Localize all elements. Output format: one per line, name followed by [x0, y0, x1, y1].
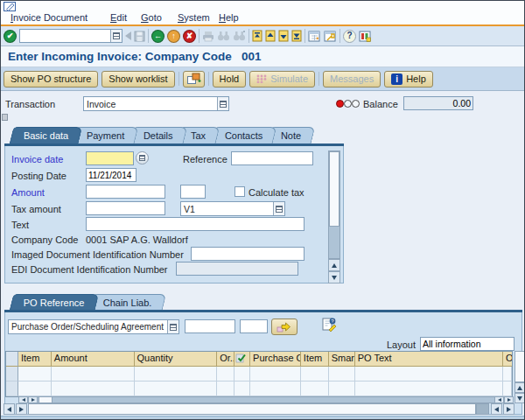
imaged-document-field[interactable] [191, 247, 304, 261]
col-header-truncated[interactable]: O [503, 352, 512, 367]
hold-button[interactable]: Hold [213, 71, 247, 88]
col-header-ok[interactable] [234, 352, 250, 367]
main-hscroll-left2-icon[interactable] [491, 403, 502, 415]
show-po-structure-button[interactable]: Show PO structure [4, 71, 98, 88]
header-tabstrip: Basic data Payment Details Tax Contacts … [11, 127, 307, 144]
row-select-cell[interactable] [6, 367, 18, 382]
find-next-icon[interactable] [233, 31, 246, 41]
page-down-icon[interactable] [278, 30, 289, 42]
date-picker-icon[interactable] [136, 151, 149, 164]
item-help-icon[interactable]: ? [321, 317, 337, 332]
dock-handle[interactable] [2, 114, 8, 121]
tab-chain-liab[interactable]: Chain Liab. [88, 294, 165, 310]
menu-help[interactable]: Help [219, 12, 239, 23]
find-icon[interactable] [217, 31, 230, 41]
command-field[interactable] [19, 29, 122, 43]
amount-field[interactable] [86, 185, 165, 199]
col-header-purchase-order[interactable]: Purchase O.. [250, 352, 301, 367]
tab-details[interactable]: Details [129, 127, 186, 144]
form-scrollbar-thumb[interactable] [329, 151, 340, 227]
col-header-quantity[interactable]: Quantity [135, 352, 218, 367]
po-hierarchy-icon-button[interactable] [183, 71, 205, 88]
last-page-icon[interactable] [291, 30, 302, 42]
print-icon[interactable] [202, 31, 214, 42]
back-icon[interactable]: ← [151, 30, 164, 43]
hide-command-field-icon[interactable] [125, 32, 131, 40]
tab-basic-data[interactable]: Basic data [10, 127, 83, 144]
edi-document-field [176, 262, 298, 276]
main-hscroll-right-icon[interactable] [16, 403, 27, 415]
table-hscrollbar-thumb[interactable] [38, 396, 52, 403]
adopt-button[interactable] [271, 318, 298, 335]
row-select-cell[interactable] [6, 382, 18, 396]
invoice-date-field[interactable] [86, 151, 134, 165]
first-page-icon[interactable] [252, 30, 262, 42]
table-vscroll-up-icon[interactable] [514, 382, 525, 393]
po-item-field[interactable] [240, 319, 268, 333]
table-hscroll-left-icon[interactable] [18, 396, 28, 403]
help-button[interactable]: i Help [384, 71, 433, 88]
new-session-icon[interactable] [308, 31, 321, 42]
page-title: Enter Incoming Invoice: Company Code 001 [8, 50, 262, 63]
calculate-tax-checkbox[interactable] [234, 186, 245, 197]
simulate-button[interactable]: Simulate [249, 71, 315, 88]
main-hscroll-left-icon[interactable] [4, 403, 15, 415]
currency-field[interactable] [180, 185, 206, 199]
tax-code-select[interactable]: V1 [180, 201, 285, 216]
tab-payment[interactable]: Payment [73, 127, 139, 144]
toolbar-separator [199, 29, 200, 43]
tab-contacts[interactable]: Contacts [210, 127, 276, 144]
main-hscroll-right2-icon[interactable] [503, 403, 514, 415]
transaction-select[interactable]: Invoice [83, 96, 229, 111]
form-scroll-up-icon[interactable] [328, 259, 340, 271]
table-hscrollbar-track[interactable] [18, 396, 514, 403]
layout-label: Layout [387, 340, 416, 350]
table-hscroll-right-icon[interactable] [28, 396, 38, 403]
create-shortcut-icon[interactable] [324, 31, 337, 42]
tax-amount-field[interactable] [86, 201, 165, 215]
text-label: Text [11, 220, 29, 230]
col-header-item2[interactable]: Item [301, 352, 329, 367]
table-vscroll-down-icon[interactable] [514, 393, 525, 403]
transaction-dropdown-icon[interactable] [217, 97, 228, 110]
save-icon[interactable] [134, 31, 145, 42]
help-icon[interactable]: ? [343, 30, 356, 43]
reference-field[interactable] [231, 151, 313, 165]
text-field[interactable] [86, 217, 304, 231]
show-worklist-button[interactable]: Show worklist [102, 71, 174, 88]
customize-layout-icon[interactable] [359, 31, 372, 42]
page-up-icon[interactable] [265, 30, 276, 42]
command-history-icon[interactable] [110, 30, 122, 42]
enter-icon[interactable]: ✔ [4, 30, 17, 43]
menu-edit[interactable]: Edit [110, 12, 127, 23]
col-header-smart[interactable]: Smar.. [329, 352, 355, 367]
main-hscrollbar-track[interactable] [28, 403, 476, 415]
menu-goto[interactable]: Goto [141, 12, 162, 23]
po-reference-dropdown-icon[interactable] [167, 320, 178, 333]
table-hscroll-left2-icon[interactable] [494, 396, 504, 403]
table-row[interactable] [6, 367, 512, 382]
exit-icon[interactable]: ↑ [167, 30, 180, 43]
col-header-order[interactable]: Or.. [217, 352, 234, 367]
tax-code-dropdown-icon[interactable] [273, 202, 284, 215]
menu-invoice-document[interactable]: Invoice Document [10, 12, 88, 23]
tab-po-reference[interactable]: PO Reference [10, 294, 99, 310]
po-number-field[interactable] [185, 319, 235, 333]
table-hscroll-right2-icon[interactable] [504, 396, 514, 403]
command-input[interactable] [20, 30, 110, 42]
messages-button[interactable]: Messages [323, 71, 381, 88]
po-reference-type-select[interactable]: Purchase Order/Scheduling Agreement [8, 319, 179, 334]
posting-date-field[interactable] [86, 168, 136, 182]
main-hscrollbar-thumb[interactable] [476, 403, 489, 415]
table-row[interactable] [6, 382, 512, 396]
form-scroll-down-icon[interactable] [328, 271, 340, 284]
col-header-item[interactable]: Item [18, 352, 52, 367]
select-all-cell[interactable] [6, 352, 18, 367]
cancel-icon[interactable]: ✘ [183, 30, 196, 43]
col-header-amount[interactable]: Amount [52, 352, 135, 367]
layout-field[interactable] [420, 337, 514, 351]
menu-system[interactable]: System [178, 12, 210, 23]
col-header-po-text[interactable]: PO Text [355, 352, 503, 367]
session-icon [4, 2, 17, 12]
table-vscrollbar-thumb[interactable] [514, 351, 525, 382]
